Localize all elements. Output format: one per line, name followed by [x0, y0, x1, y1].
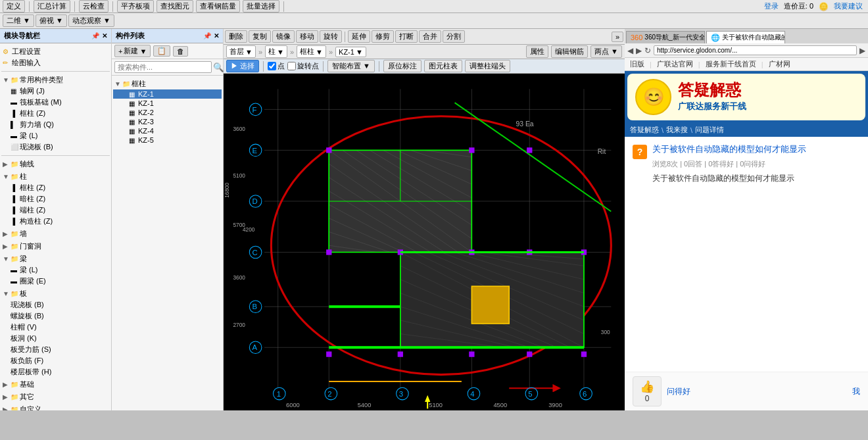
nav-beam[interactable]: ▬ 梁 (L): [1, 130, 110, 141]
floor-dropdown[interactable]: 首层 ▼: [226, 45, 256, 58]
sidebar-close-icon[interactable]: ✕: [102, 32, 107, 39]
browser-tab-1[interactable]: 360 360导航_新一代安全上网导航 ✕: [626, 31, 705, 43]
nav-frame-col2[interactable]: ▐ 框柱 (Z): [1, 182, 110, 193]
nav-shear-wall[interactable]: ▌ 剪力墙 (Q): [1, 119, 110, 130]
bookmark-service[interactable]: 服务新干线首页: [703, 59, 759, 70]
rotate-btn[interactable]: 旋转: [320, 30, 342, 43]
bookmark-material[interactable]: 广材网: [766, 59, 793, 70]
nav-slab-hole[interactable]: 板洞 (K): [1, 333, 110, 344]
toolbar-2d-btn[interactable]: 二维 ▼: [3, 14, 34, 27]
extend-btn[interactable]: 延伸: [348, 30, 370, 43]
nav-floor-band[interactable]: 楼层板带 (H): [1, 366, 110, 378]
browser-forward-btn[interactable]: ▶: [636, 46, 642, 55]
point-checkbox[interactable]: [268, 62, 276, 70]
type-dropdown[interactable]: 框柱 ▼: [297, 45, 326, 58]
nav-common-types[interactable]: ▼ 📁 常用构件类型: [1, 74, 110, 86]
nav-beam-l[interactable]: ▬ 梁 (L): [1, 264, 110, 276]
nav-foundation-group[interactable]: ▶ 📁 基础: [1, 379, 110, 390]
toolbar-view-rebar-btn[interactable]: 查看钢筋量: [196, 0, 240, 12]
toolbar-find-btn[interactable]: 查找图元: [157, 0, 193, 12]
nav-cast-slab[interactable]: 现浇板 (B): [1, 299, 110, 310]
nav-axis[interactable]: ▦ 轴网 (J): [1, 86, 110, 97]
kz5-item[interactable]: ▦ KZ-5: [113, 135, 222, 145]
toolbar-align-btn[interactable]: 平齐板项: [117, 0, 154, 12]
qa-action-link[interactable]: 我: [852, 386, 860, 397]
nav-slab-rebar[interactable]: 板受力筋 (S): [1, 344, 110, 355]
category-dropdown[interactable]: 柱 ▼: [265, 45, 287, 58]
adjust-end-btn[interactable]: 调整柱端头: [465, 60, 510, 72]
toolbar-more-btn[interactable]: »: [612, 32, 623, 42]
edit-rebar-btn[interactable]: 编辑钢筋: [551, 45, 588, 58]
nav-struct-col[interactable]: ▐ 构造柱 (Z): [1, 216, 110, 227]
move-btn[interactable]: 移动: [296, 30, 318, 43]
nav-spiral-slab[interactable]: 螺旋板 (B): [1, 310, 110, 322]
column-type-group[interactable]: ▼ 📁 框柱: [113, 78, 222, 89]
login-link[interactable]: 登录: [764, 1, 779, 11]
cad-viewport[interactable]: F E D C B A 1 2 3 4 5 6: [224, 74, 625, 410]
toolbar-define-btn[interactable]: 定义: [3, 0, 25, 12]
two-point-btn[interactable]: 两点 ▼: [591, 45, 622, 58]
browser-go-btn[interactable]: ▶: [859, 46, 865, 55]
nav-plate[interactable]: ⬜ 现浇板 (B): [1, 141, 110, 153]
nav-beam-group[interactable]: ▼ 📁 梁: [1, 253, 110, 264]
qa-bc-home[interactable]: 答疑解惑: [630, 125, 659, 135]
component-search-btn[interactable]: 🔍: [213, 62, 224, 72]
nav-dark-col[interactable]: ▐ 暗柱 (Z): [1, 193, 110, 205]
select-tool-btn[interactable]: ▶ 选择: [226, 60, 259, 72]
comp-list-pin-icon[interactable]: 📌: [203, 32, 211, 39]
browser-back-btn[interactable]: ◀: [627, 46, 633, 55]
nav-slab-group[interactable]: ▼ 📁 板: [1, 288, 110, 299]
nav-engineering-setup[interactable]: ⚙ 工程设置: [1, 46, 110, 57]
toolbar-batch-select-btn[interactable]: 批量选择: [243, 0, 279, 12]
nav-wall-group[interactable]: ▶ 📁 墙: [1, 228, 110, 239]
suggestion-link[interactable]: 我要建议: [834, 1, 863, 11]
toolbar-view-btn[interactable]: 俯视 ▼: [36, 14, 67, 27]
new-component-btn[interactable]: + 新建 ▼: [114, 45, 151, 57]
merge-btn[interactable]: 合并: [419, 30, 441, 43]
sidebar-pin-icon[interactable]: 📌: [91, 32, 99, 39]
rotate-point-checkbox-label[interactable]: 旋转点: [287, 61, 319, 71]
kz1-item[interactable]: ▦ KZ-1: [113, 99, 222, 108]
col-table-btn[interactable]: 图元柱表: [424, 60, 462, 72]
nav-raft[interactable]: ▬ 筏板基础 (M): [1, 97, 110, 108]
inplace-annotation-btn[interactable]: 原位标注: [383, 60, 422, 72]
nav-frame-col[interactable]: ▐ 框柱 (Z): [1, 108, 110, 119]
delete-btn[interactable]: 删除: [225, 30, 247, 43]
qa-question-title[interactable]: 关于被软件自动隐藏的模型如何才能显示: [652, 143, 860, 155]
kz1-selected-item[interactable]: ▦ KZ-1: [113, 89, 222, 99]
nav-neg-rebar[interactable]: 板负筋 (F): [1, 355, 110, 366]
copy-component-btn[interactable]: 📋: [153, 45, 170, 57]
browser-refresh-btn[interactable]: ↻: [644, 46, 651, 55]
nav-other-group[interactable]: ▶ 📁 其它: [1, 391, 110, 403]
nav-drawing-input[interactable]: ✏ 绘图输入: [1, 57, 110, 68]
nav-ring-beam[interactable]: ▬ 圈梁 (E): [1, 276, 110, 287]
point-checkbox-label[interactable]: 点: [268, 61, 285, 71]
kz2-item[interactable]: ▦ KZ-2: [113, 108, 222, 117]
qa-bc-detail[interactable]: 问题详情: [695, 125, 724, 135]
smart-layout-btn[interactable]: 智能布置 ▼: [327, 60, 375, 72]
qa-bc-search[interactable]: 我来搜: [666, 125, 688, 135]
component-search-input[interactable]: [114, 61, 212, 73]
kz4-item[interactable]: ▦ KZ-4: [113, 126, 222, 135]
trim-btn[interactable]: 修剪: [372, 30, 394, 43]
comp-list-close-icon[interactable]: ✕: [214, 32, 219, 39]
copy-btn[interactable]: 复制: [249, 30, 271, 43]
toolbar-summary-btn[interactable]: 汇总计算: [34, 0, 70, 12]
kz3-item[interactable]: ▦ KZ-3: [113, 117, 222, 126]
browser-tab-2[interactable]: 🌐 关于被软件自动隐藏的模... ✕: [706, 31, 785, 43]
properties-btn[interactable]: 属性: [526, 45, 548, 58]
nav-column-group[interactable]: ▼ 📁 柱: [1, 171, 110, 182]
mirror-btn[interactable]: 镜像: [272, 30, 295, 43]
bookmark-glodon[interactable]: 广联达官网: [654, 59, 696, 70]
nav-col-cap[interactable]: 柱帽 (V): [1, 322, 110, 333]
browser-url-input[interactable]: [654, 45, 857, 55]
nav-door-window-group[interactable]: ▶ 📁 门窗洞: [1, 241, 110, 252]
split-btn[interactable]: 分割: [443, 30, 465, 43]
toolbar-dynamic-btn[interactable]: 动态观察 ▼: [68, 14, 114, 27]
nav-custom-group[interactable]: ▶ 📁 自定义: [1, 404, 110, 410]
nav-end-col[interactable]: ▐ 端柱 (Z): [1, 205, 110, 216]
rotate-point-checkbox[interactable]: [287, 62, 296, 70]
like-button[interactable]: 👍 0: [633, 376, 662, 406]
delete-component-btn[interactable]: 🗑: [173, 46, 188, 57]
nav-axis-group[interactable]: ▶ 📁 轴线: [1, 159, 110, 170]
